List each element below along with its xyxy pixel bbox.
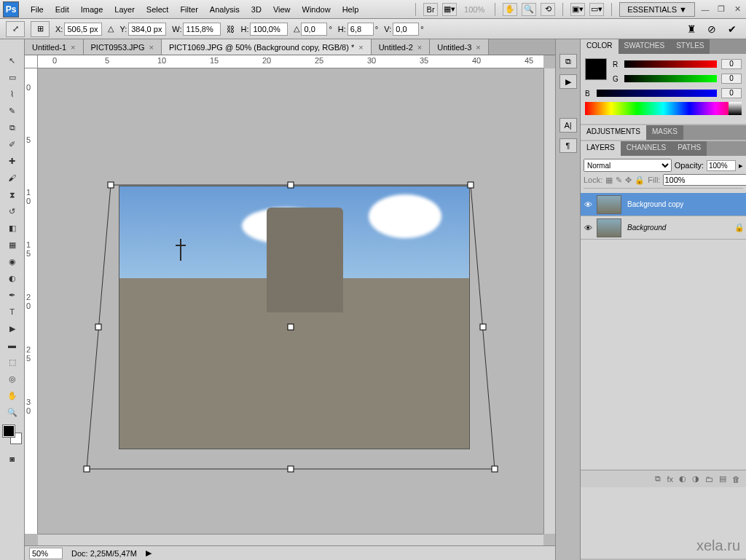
quick-mask-icon[interactable]: ◙ — [4, 451, 21, 467]
lock-pixels-icon[interactable]: ✎ — [616, 176, 622, 185]
layer-name[interactable]: Background copy — [624, 200, 745, 208]
type-tool[interactable]: T — [4, 304, 21, 320]
dodge-tool[interactable]: ◐ — [4, 270, 21, 286]
visibility-toggle-icon[interactable]: 👁 — [582, 224, 594, 232]
color-spectrum[interactable] — [585, 102, 742, 115]
status-menu-icon[interactable]: ▶ — [146, 548, 152, 558]
tab-color[interactable]: COLOR — [581, 39, 619, 54]
history-brush-tool[interactable]: ↺ — [4, 203, 21, 219]
color-swatches[interactable] — [3, 425, 22, 444]
menu-analysis[interactable]: Analysis — [204, 3, 246, 16]
reference-point-icon[interactable]: ⊞ — [31, 21, 50, 37]
close-button[interactable]: ✕ — [731, 4, 743, 15]
quick-select-tool[interactable]: ✎ — [4, 103, 21, 119]
x-input[interactable] — [64, 23, 102, 36]
hand-tool[interactable]: ✋ — [4, 387, 21, 403]
restore-button[interactable]: ❐ — [715, 4, 727, 15]
adjustment-layer-icon[interactable]: ◑ — [692, 474, 699, 484]
gradient-tool[interactable]: ▦ — [4, 237, 21, 253]
menu-image[interactable]: Image — [75, 3, 109, 16]
eraser-tool[interactable]: ◧ — [4, 220, 21, 236]
tab-layers[interactable]: LAYERS — [581, 141, 621, 156]
warp-mode-icon[interactable]: ♜ — [683, 22, 699, 36]
tab-styles[interactable]: STYLES — [670, 39, 710, 54]
r-value[interactable]: 0 — [721, 59, 742, 69]
cancel-transform-button[interactable]: ⊘ — [704, 22, 720, 36]
tab-close-icon[interactable]: × — [71, 43, 75, 52]
ruler-horizontal[interactable]: 051015202530354045 — [38, 55, 543, 68]
healing-tool[interactable]: ✚ — [4, 153, 21, 169]
character-panel-icon[interactable]: A| — [560, 118, 577, 133]
blend-mode-select[interactable]: Normal — [584, 159, 672, 172]
crop-tool[interactable]: ⧉ — [4, 119, 21, 135]
lock-all-icon[interactable]: 🔒 — [635, 176, 645, 185]
layer-group-icon[interactable]: 🗀 — [705, 475, 713, 484]
rotate-view-icon[interactable]: ⟲ — [541, 3, 555, 16]
tab-adjustments[interactable]: ADJUSTMENTS — [581, 125, 646, 140]
ruler-origin[interactable] — [25, 55, 38, 68]
layer-item[interactable]: 👁Background🔒 — [581, 216, 746, 240]
link-layers-icon[interactable]: ⧉ — [655, 474, 661, 484]
g-slider[interactable] — [624, 75, 717, 82]
shape-tool[interactable]: ▬ — [4, 337, 21, 353]
tab-paths[interactable]: PATHS — [672, 141, 707, 156]
h-input[interactable] — [250, 23, 288, 36]
foreground-color-swatch[interactable] — [3, 425, 15, 437]
opacity-input[interactable] — [707, 160, 736, 171]
scrollbar-vertical[interactable] — [543, 68, 555, 534]
r-slider[interactable] — [624, 60, 717, 68]
move-tool[interactable]: ↖ — [4, 52, 21, 68]
lasso-tool[interactable]: ⌇ — [4, 86, 21, 102]
menu-window[interactable]: Window — [297, 3, 337, 16]
workspace-switcher[interactable]: ESSENTIALS ▼ — [619, 2, 695, 17]
history-panel-icon[interactable]: ⧉ — [560, 54, 577, 68]
ruler-vertical[interactable]: 051 01 52 02 53 0 — [25, 68, 38, 534]
tab-close-icon[interactable]: × — [476, 43, 480, 52]
3d-camera-tool[interactable]: ◎ — [4, 371, 21, 387]
angle-input[interactable] — [301, 23, 327, 36]
zoom-tool-icon[interactable]: 🔍 — [522, 3, 536, 16]
layer-mask-icon[interactable]: ◐ — [679, 474, 686, 484]
layer-style-icon[interactable]: fx — [667, 475, 673, 484]
delete-layer-icon[interactable]: 🗑 — [732, 475, 740, 484]
menu-file[interactable]: File — [25, 3, 50, 16]
menu-layer[interactable]: Layer — [109, 3, 141, 16]
canvas[interactable] — [119, 186, 469, 449]
menu-3d[interactable]: 3D — [246, 3, 267, 16]
marquee-tool[interactable]: ▭ — [4, 69, 21, 85]
current-color-swatch[interactable] — [585, 58, 607, 80]
eyedropper-tool[interactable]: ✐ — [4, 136, 21, 152]
commit-transform-button[interactable]: ✔ — [724, 22, 740, 36]
w-input[interactable] — [183, 23, 221, 36]
layer-thumbnail[interactable] — [597, 218, 621, 237]
tab-channels[interactable]: CHANNELS — [621, 141, 672, 156]
menu-edit[interactable]: Edit — [50, 3, 75, 16]
b-slider[interactable] — [597, 90, 717, 97]
actions-panel-icon[interactable]: ▶ — [560, 74, 577, 89]
layer-list[interactable]: 👁Background copy👁Background🔒 — [581, 193, 746, 470]
document-tab[interactable]: PICT0953.JPG× — [84, 39, 162, 55]
app-logo[interactable]: Ps — [3, 1, 19, 17]
zoom-tool[interactable]: 🔍 — [4, 404, 21, 420]
tab-masks[interactable]: MASKS — [646, 125, 683, 140]
y-input[interactable] — [128, 23, 166, 36]
lock-transparency-icon[interactable]: ▦ — [605, 176, 613, 185]
menu-view[interactable]: View — [267, 3, 297, 16]
arrange-docs-icon[interactable]: ▣▾ — [570, 3, 585, 16]
hand-tool-icon[interactable]: ✋ — [503, 3, 517, 16]
document-tab[interactable]: PICT1069.JPG @ 50% (Background copy, RGB… — [162, 39, 372, 55]
document-tab[interactable]: Untitled-1× — [25, 39, 84, 55]
launch-bridge-icon[interactable]: Br — [423, 3, 438, 16]
tab-swatches[interactable]: SWATCHES — [619, 39, 671, 54]
g-value[interactable]: 0 — [721, 74, 742, 84]
menu-filter[interactable]: Filter — [174, 3, 203, 16]
tab-close-icon[interactable]: × — [417, 43, 422, 52]
3d-tool[interactable]: ⬚ — [4, 354, 21, 370]
lock-position-icon[interactable]: ✥ — [625, 176, 632, 185]
b-value[interactable]: 0 — [721, 88, 742, 98]
canvas-viewport[interactable]: 051015202530354045 051 01 52 02 53 0 — [25, 55, 555, 545]
brush-tool[interactable]: 🖌 — [4, 170, 21, 186]
skew-v-input[interactable] — [393, 23, 419, 36]
layer-name[interactable]: Background — [624, 224, 731, 232]
scrollbar-horizontal[interactable] — [38, 534, 543, 545]
